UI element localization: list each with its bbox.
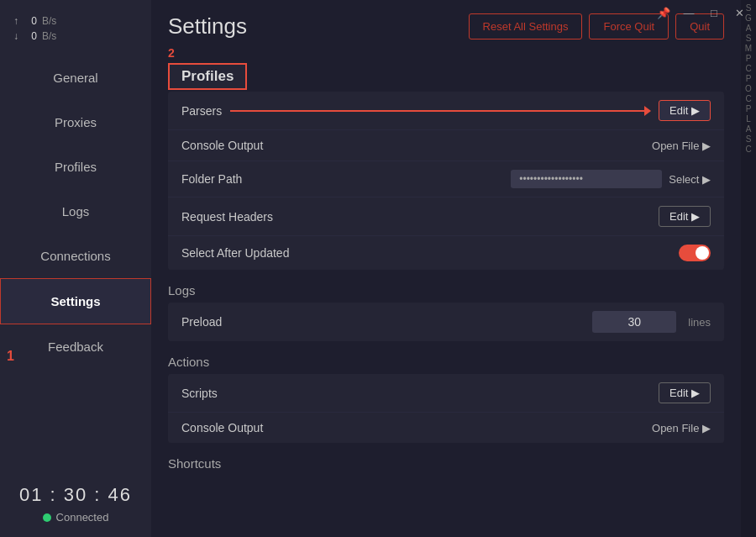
scrollbar-track[interactable]: S G A S M P C P O C P L A S C (741, 0, 756, 537)
maximize-button[interactable]: □ (702, 3, 726, 22)
sidebar-nav: General Proxies Profiles Logs Connection… (0, 55, 151, 471)
sidebar-item-logs[interactable]: Logs (0, 189, 151, 234)
sidebar-item-settings[interactable]: Settings (0, 278, 151, 324)
actions-section-title: Actions (168, 355, 724, 369)
close-button[interactable]: ✕ (727, 3, 751, 22)
request-headers-row: Request Headers Edit ▶ (168, 197, 724, 236)
preload-row: Preload lines (168, 303, 724, 341)
folder-path-label: Folder Path (181, 172, 242, 186)
parsers-row: Parsers 3 Edit ▶ (168, 92, 724, 130)
select-after-updated-label: Select After Updated (181, 246, 289, 260)
console-output-actions-label: Console Output (181, 421, 263, 434)
console-output-profiles-link[interactable]: Open File ▶ (652, 140, 711, 152)
main-content: Settings Reset All Settings Force Quit Q… (151, 0, 741, 537)
logs-section: Logs Preload lines (168, 283, 724, 341)
request-headers-label: Request Headers (181, 210, 273, 224)
console-output-profiles-label: Console Output (181, 139, 263, 152)
upload-unit: B/s (42, 15, 56, 27)
shortcuts-section-title: Shortcuts (168, 456, 724, 471)
connected-label: Connected (56, 511, 109, 524)
logs-section-title: Logs (168, 283, 724, 297)
actions-card: Scripts Edit ▶ Console Output Open File … (168, 374, 724, 443)
select-after-updated-row: Select After Updated (168, 236, 724, 270)
scripts-edit-button[interactable]: Edit ▶ (659, 382, 711, 403)
profiles-section-title: Profiles (168, 63, 247, 90)
console-output-actions-row: Console Output Open File ▶ (168, 413, 724, 443)
sidebar: ↑ 0 B/s ↓ 0 B/s General Proxies Profiles… (0, 0, 151, 537)
folder-path-select-button[interactable]: Select ▶ (669, 173, 711, 186)
reset-all-settings-button[interactable]: Reset All Settings (469, 13, 583, 39)
folder-path-row: Folder Path Select ▶ (168, 161, 724, 197)
download-arrow-icon: ↓ (13, 30, 18, 42)
scripts-label: Scripts (181, 387, 218, 400)
profiles-section: Profiles Parsers 3 Edit ▶ Console Output… (168, 63, 724, 270)
toggle-thumb-icon (696, 246, 709, 260)
console-output-profiles-row: Console Output Open File ▶ (168, 130, 724, 161)
connected-dot-icon (43, 513, 51, 522)
minimize-button[interactable]: — (677, 3, 701, 22)
console-output-actions-action: Open File ▶ (652, 422, 711, 434)
preload-unit-label: lines (688, 316, 711, 329)
sidebar-item-proxies[interactable]: Proxies (0, 100, 151, 145)
request-headers-action: Edit ▶ (659, 206, 711, 227)
titlebar: 📌 — □ ✕ (647, 0, 756, 25)
profiles-header: Profiles (168, 63, 724, 90)
logs-card: Preload lines (168, 303, 724, 341)
upload-arrow-icon: ↑ (13, 15, 18, 27)
sidebar-item-profiles[interactable]: Profiles (0, 145, 151, 189)
console-output-actions-link[interactable]: Open File ▶ (652, 422, 711, 434)
folder-path-action: Select ▶ (511, 170, 711, 188)
network-stats: ↑ 0 B/s ↓ 0 B/s (0, 8, 151, 49)
scripts-action: Edit ▶ (659, 382, 711, 403)
page-header: Settings Reset All Settings Force Quit Q… (168, 13, 724, 39)
page-title: Settings (168, 13, 247, 39)
upload-stat: ↑ 0 B/s (13, 15, 138, 27)
shortcuts-section: Shortcuts (168, 456, 724, 471)
request-headers-edit-button[interactable]: Edit ▶ (659, 206, 711, 227)
select-after-updated-action (679, 245, 711, 261)
sidebar-item-general[interactable]: General (0, 55, 151, 100)
download-unit: B/s (42, 30, 56, 42)
sidebar-item-connections[interactable]: Connections (0, 234, 151, 278)
timer-display: 01 : 30 : 46 (19, 484, 132, 506)
preload-input[interactable] (592, 311, 676, 333)
profiles-card: Parsers 3 Edit ▶ Console Output Open Fil… (168, 92, 724, 270)
actions-section: Actions Scripts Edit ▶ Console Output Op… (168, 355, 724, 443)
download-value: 0 (24, 30, 37, 42)
folder-path-input[interactable] (511, 170, 662, 188)
preload-label: Preload (181, 315, 222, 329)
annotation-2: 2 (168, 46, 175, 60)
connection-status: Connected (19, 511, 132, 524)
annotation-1: 1 (7, 349, 14, 364)
scripts-row: Scripts Edit ▶ (168, 374, 724, 413)
scrollbar-letters: S G A S M P C P O C P L A S C (745, 3, 752, 154)
pin-button[interactable]: 📌 (652, 3, 675, 22)
parsers-edit-button[interactable]: Edit ▶ (659, 100, 711, 121)
sidebar-item-feedback[interactable]: Feedback (0, 324, 151, 369)
console-output-profiles-action: Open File ▶ (652, 140, 711, 152)
upload-value: 0 (24, 15, 37, 27)
parsers-label: Parsers (181, 104, 222, 118)
sidebar-bottom: 01 : 30 : 46 Connected (6, 471, 145, 537)
select-after-updated-toggle[interactable] (679, 245, 711, 261)
download-stat: ↓ 0 B/s (13, 30, 138, 42)
parsers-arrow-icon (230, 110, 650, 112)
preload-action: lines (592, 311, 711, 333)
